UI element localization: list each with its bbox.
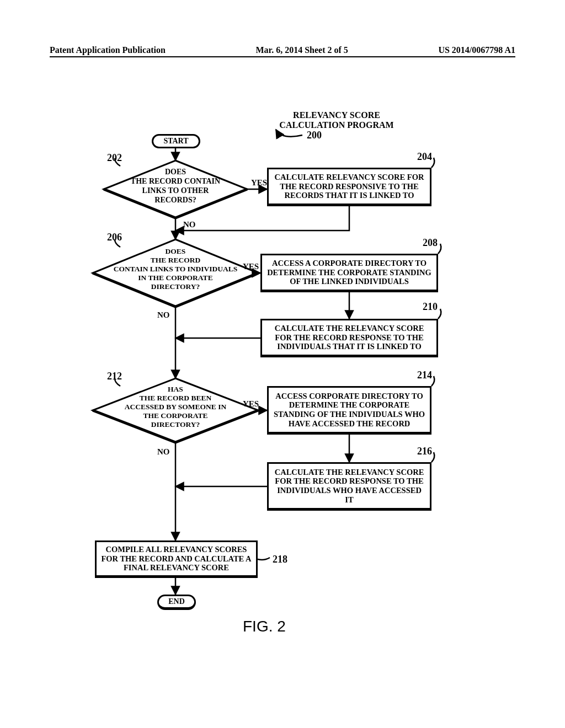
process-box-210-text: CALCULATE THE RELEVANCY SCORE FOR THE RE… [266,324,432,351]
ref-204: 204 [417,151,432,162]
header: Patent Application Publication Mar. 6, 2… [50,45,515,57]
decision-212: HAS THE RECORD BEEN ACCESSED BY SOMEONE … [93,378,258,442]
ref-212: 212 [107,371,122,382]
process-box-208-text: ACCESS A CORPORATE DIRECTORY TO DETERMIN… [266,259,432,286]
process-box-204-text: CALCULATE RELEVANCY SCORE FOR THE RECORD… [273,173,425,200]
diagram-title: RELEVANCY SCORE CALCULATION PROGRAM [259,110,414,130]
svg-marker-2 [93,378,258,442]
d206-l2: THE RECORD [151,256,201,264]
d212-l3: ACCESSED BY SOMEONE IN [125,403,227,411]
ref-200: 200 [307,130,322,141]
d212-l1: HAS [168,385,183,393]
decision-206: DOES THE RECORD CONTAIN LINKS TO INDIVID… [93,239,258,307]
process-box-208: ACCESS A CORPORATE DIRECTORY TO DETERMIN… [260,254,438,292]
yes-212: YES [243,399,259,408]
decision-202: DOES THE RECORD CONTAIN LINKS TO OTHER R… [104,160,247,218]
d206-l3: CONTAIN LINKS TO INDIVIDUALS [114,265,238,273]
terminal-end: END [157,595,196,610]
ref-202: 202 [107,152,122,163]
svg-marker-1 [93,239,258,307]
terminal-start-label: START [163,137,188,146]
process-box-214: ACCESS CORPORATE DIRECTORY TO DETERMINE … [267,386,431,435]
header-center: Mar. 6, 2014 Sheet 2 of 5 [255,45,348,55]
process-box-210: CALCULATE THE RELEVANCY SCORE FOR THE RE… [260,319,438,357]
ref-216: 216 [417,446,432,457]
title-line-2: CALCULATION PROGRAM [279,120,393,130]
d202-l2: THE RECORD CONTAIN [131,177,220,185]
no-212: NO [157,447,170,456]
d206-l5: DIRECTORY? [151,282,200,291]
title-line-1: RELEVANCY SCORE [293,110,380,120]
process-box-216-text: CALCULATE THE RELEVANCY SCORE FOR THE RE… [273,468,425,505]
terminal-end-label: END [168,597,185,606]
yes-206: YES [243,262,259,271]
d202-l1: DOES [165,168,186,176]
d212-l4: THE CORPORATE [143,411,207,420]
process-box-214-text: ACCESS CORPORATE DIRECTORY TO DETERMINE … [273,392,425,429]
ref-208: 208 [423,237,438,248]
no-202: NO [183,220,196,229]
ref-210: 210 [423,301,438,312]
d202-l3: LINKS TO OTHER [142,186,210,195]
ref-214: 214 [417,370,432,381]
page: Patent Application Publication Mar. 6, 2… [0,0,565,728]
process-box-204: CALCULATE RELEVANCY SCORE FOR THE RECORD… [267,168,431,206]
process-box-218: COMPILE ALL RELEVANCY SCORES FOR THE REC… [95,540,258,578]
svg-marker-0 [104,160,247,218]
header-left: Patent Application Publication [50,45,166,55]
ref-206: 206 [107,232,122,243]
d206-l4: IN THE CORPORATE [138,274,212,282]
ref-218: 218 [273,554,287,565]
no-206: NO [157,311,170,319]
process-box-216: CALCULATE THE RELEVANCY SCORE FOR THE RE… [267,462,431,511]
d206-l1: DOES [166,247,186,255]
d202-l4: RECORDS? [154,196,196,204]
process-box-218-text: COMPILE ALL RELEVANCY SCORES FOR THE REC… [101,545,252,572]
yes-202: YES [251,178,267,187]
header-right: US 2014/0067798 A1 [438,45,515,55]
d212-l2: THE RECORD BEEN [140,394,212,402]
terminal-start: START [152,134,200,148]
figure-label: FIG. 2 [243,618,286,635]
d212-l5: DIRECTORY? [151,420,200,429]
